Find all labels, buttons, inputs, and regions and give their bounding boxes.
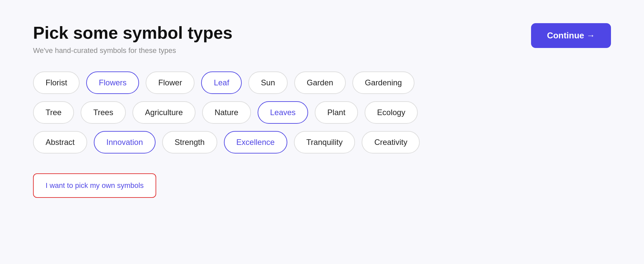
chip-garden[interactable]: Garden [294, 71, 346, 94]
chips-row-1: TreeTreesAgricultureNatureLeavesPlantEco… [33, 101, 611, 124]
chip-tree[interactable]: Tree [33, 101, 74, 124]
chip-flowers[interactable]: Flowers [86, 71, 139, 94]
chip-plant[interactable]: Plant [315, 101, 358, 124]
header-left: Pick some symbol types We've hand-curate… [33, 23, 233, 55]
chip-flower[interactable]: Flower [146, 71, 195, 94]
chip-agriculture[interactable]: Agriculture [132, 101, 196, 124]
chip-nature[interactable]: Nature [202, 101, 251, 124]
page-title: Pick some symbol types [33, 23, 233, 43]
chip-abstract[interactable]: Abstract [33, 131, 87, 154]
chip-tranquility[interactable]: Tranquility [294, 131, 355, 154]
chip-florist[interactable]: Florist [33, 71, 80, 94]
chip-leaf[interactable]: Leaf [201, 71, 242, 94]
page-container: Pick some symbol types We've hand-curate… [0, 0, 644, 264]
chips-row-0: FloristFlowersFlowerLeafSunGardenGardeni… [33, 71, 611, 94]
own-symbols-button[interactable]: I want to pick my own symbols [33, 173, 156, 198]
chip-excellence[interactable]: Excellence [224, 131, 287, 154]
chips-row-2: AbstractInnovationStrengthExcellenceTran… [33, 131, 611, 154]
page-subtitle: We've hand-curated symbols for these typ… [33, 46, 233, 55]
chip-trees[interactable]: Trees [81, 101, 125, 124]
chip-innovation[interactable]: Innovation [94, 131, 156, 154]
chip-leaves[interactable]: Leaves [258, 101, 308, 124]
continue-button[interactable]: Continue → [531, 23, 611, 48]
chip-strength[interactable]: Strength [162, 131, 217, 154]
header-row: Pick some symbol types We've hand-curate… [33, 23, 611, 55]
chip-gardening[interactable]: Gardening [352, 71, 414, 94]
chips-section: FloristFlowersFlowerLeafSunGardenGardeni… [33, 71, 611, 154]
chip-sun[interactable]: Sun [248, 71, 288, 94]
chip-creativity[interactable]: Creativity [362, 131, 420, 154]
chip-ecology[interactable]: Ecology [365, 101, 418, 124]
